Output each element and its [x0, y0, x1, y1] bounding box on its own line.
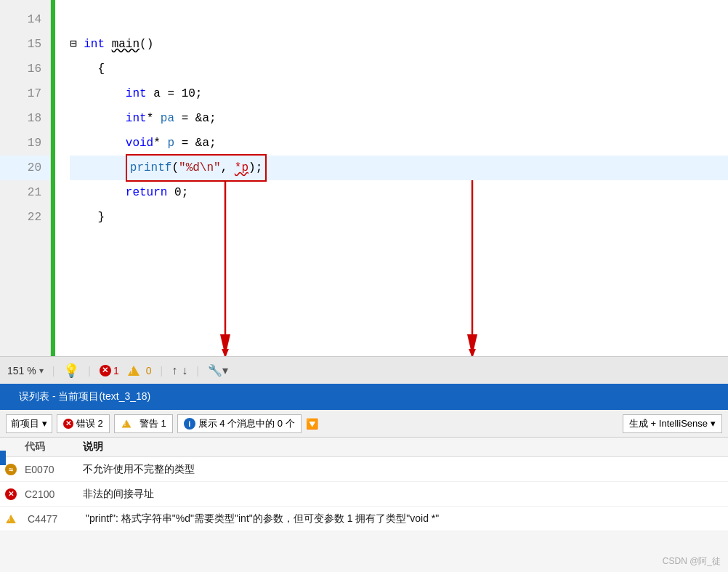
code-editor: 14 15 16 17 18 19 20 21 22 ⊟ int main() … — [0, 0, 728, 356]
code-line-18: int* pa = &a; — [70, 106, 728, 131]
warning-icon-btn — [121, 419, 131, 427]
build-dropdown-arrow: ▾ — [711, 418, 716, 429]
line-numbers: 14 15 16 17 18 19 20 21 22 — [0, 0, 51, 356]
code-line-14 — [70, 7, 728, 32]
code-line-15: ⊟ int main() — [70, 32, 728, 57]
dropdown-arrow: ▾ — [42, 418, 47, 429]
code-line-16: { — [70, 57, 728, 81]
line-num-19: 19 — [0, 131, 50, 156]
error-panel-toolbar: 前项目 ▾ ✕ 错误 2 警告 1 i 展示 4 个消息中的 0 个 🔽 生成 … — [0, 410, 728, 438]
build-dropdown[interactable]: 生成 + IntelliSense ▾ — [623, 414, 722, 433]
error-panel: 误列表 - 当前项目(text_3_18) 前项目 ▾ ✕ 错误 2 警告 1 … — [0, 384, 728, 531]
error-table-header: 代码 说明 — [0, 438, 728, 457]
error-panel-titlebar: 误列表 - 当前项目(text_3_18) — [0, 384, 728, 410]
filter-label: 前项目 — [11, 417, 39, 430]
row3-icon — [0, 514, 22, 524]
row2-code: C2100 — [22, 488, 80, 500]
warnings-filter-button[interactable]: 警告 1 — [114, 414, 173, 433]
row1-icon: ≈ — [0, 464, 22, 475]
watermark: CSDN @阿_徒 — [663, 555, 721, 568]
line-num-14: 14 — [0, 7, 50, 32]
build-label: 生成 + IntelliSense — [629, 417, 708, 430]
zoom-dropdown-icon[interactable]: ▾ — [39, 366, 44, 376]
main-fn: main() — [105, 32, 153, 57]
code-lines-container: ⊟ int main() { int a = 10; int* pa = &a;… — [55, 0, 728, 356]
warning-dot-icon: ≈ — [5, 464, 17, 475]
error-circle-icon: ✕ — [100, 365, 111, 376]
code-line-21: return 0; — [70, 180, 728, 205]
status-bar: 151 % ▾ | 💡 | ✕ 1 0 | ↑ ↓ | 🔧▾ — [0, 356, 728, 384]
code-line-22: } — [70, 205, 728, 230]
separator-1: | — [52, 365, 55, 376]
nav-up-arrow[interactable]: ↑ — [171, 364, 177, 377]
panel-left-indicator — [0, 451, 6, 465]
line-num-16: 16 — [0, 57, 50, 81]
filter-project-dropdown[interactable]: 前项目 ▾ — [6, 414, 52, 433]
row1-code: E0070 — [22, 464, 80, 475]
warning-triangle-icon — [128, 366, 139, 376]
error-row-c4477[interactable]: C4477 "printf": 格式字符串"%d"需要类型"int"的参数，但可… — [0, 507, 728, 531]
warning-count-badge[interactable]: 0 — [128, 365, 152, 376]
lightbulb-icon[interactable]: 💡 — [63, 363, 79, 379]
error-circle-row2: ✕ — [5, 488, 17, 500]
line-num-21: 21 — [0, 180, 50, 205]
errors-btn-label: 错误 2 — [76, 417, 103, 430]
separator-4: | — [196, 365, 199, 376]
row2-icon: ✕ — [0, 488, 22, 500]
error-panel-title: 误列表 - 当前项目(text_3_18) — [19, 390, 150, 403]
line-num-15: 15 — [0, 32, 50, 57]
wrench-icon[interactable]: 🔧▾ — [208, 363, 228, 377]
error-icon-btn: ✕ — [63, 419, 73, 429]
info-btn-label: 展示 4 个消息中的 0 个 — [198, 417, 295, 430]
line-num-18: 18 — [0, 106, 50, 131]
code-line-20: printf("%d\n", *p); — [70, 156, 728, 180]
row3-desc: "printf": 格式字符串"%d"需要类型"int"的参数，但可变参数 1 … — [83, 512, 728, 525]
zoom-value: 151 % — [7, 365, 36, 376]
line-num-17: 17 — [0, 81, 50, 106]
funnel-icon[interactable]: 🔽 — [306, 418, 318, 430]
printf-box: printf("%d\n", *p); — [126, 154, 267, 182]
error-row-e0070[interactable]: ≈ E0070 不允许使用不完整的类型 — [0, 457, 728, 482]
line-num-20: 20 — [0, 156, 50, 180]
error-count-badge[interactable]: ✕ 1 — [100, 365, 119, 376]
separator-2: | — [88, 365, 91, 376]
error-row-c2100[interactable]: ✕ C2100 非法的间接寻址 — [0, 482, 728, 507]
nav-arrows: ↑ ↓ — [171, 364, 187, 377]
info-filter-button[interactable]: i 展示 4 个消息中的 0 个 — [177, 414, 302, 433]
kw-int-15: int — [84, 32, 105, 57]
code-line-19: void* p = &a; — [70, 131, 728, 156]
warning-triangle-row3 — [6, 515, 16, 523]
warnings-btn-label: 警告 1 — [139, 417, 166, 430]
collapse-symbol: ⊟ — [70, 32, 84, 57]
warning-count: 0 — [146, 365, 152, 376]
line-num-22: 22 — [0, 205, 50, 230]
error-table: 代码 说明 ≈ E0070 不允许使用不完整的类型 ✕ C2100 非法的间接寻… — [0, 438, 728, 531]
row2-desc: 非法的间接寻址 — [80, 488, 728, 501]
error-count: 1 — [113, 365, 119, 376]
header-code-col: 代码 — [22, 440, 80, 454]
header-desc-col: 说明 — [80, 440, 728, 454]
errors-filter-button[interactable]: ✕ 错误 2 — [57, 414, 110, 433]
row1-desc: 不允许使用不完整的类型 — [80, 463, 728, 476]
row3-code: C4477 — [25, 513, 83, 525]
zoom-control[interactable]: 151 % ▾ — [7, 365, 44, 376]
info-icon-btn: i — [184, 418, 195, 430]
separator-3: | — [161, 365, 163, 376]
code-line-17: int a = 10; — [70, 81, 728, 106]
nav-down-arrow[interactable]: ↓ — [182, 364, 187, 377]
